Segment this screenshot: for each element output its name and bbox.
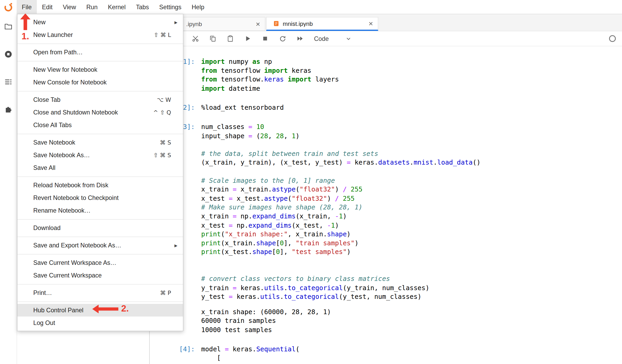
menu-item-close-tab[interactable]: Close Tab⌥ W: [17, 93, 183, 106]
menu-shortcut: ⌘ P: [160, 290, 177, 296]
cell-editor[interactable]: num_classes = 10input_shape = (28, 28, 1…: [201, 123, 480, 301]
menubar-item-file[interactable]: File: [17, 0, 37, 14]
folder-icon[interactable]: [4, 22, 13, 32]
annotation-step-1-label: 1.: [20, 31, 31, 42]
menu-item-print[interactable]: Print…⌘ P: [17, 286, 183, 299]
annotation-step-2: 2.: [92, 304, 129, 314]
left-sidebar: [0, 0, 17, 364]
menu-item-rename-notebook[interactable]: Rename Notebook…: [17, 204, 183, 217]
menu-separator: [17, 176, 183, 177]
menu-item-new-launcher[interactable]: New Launcher⇧ ⌘ L: [17, 28, 183, 41]
tab-mnist-ipynb[interactable]: mnist.ipynb×: [266, 17, 378, 31]
paste-icon[interactable]: [226, 35, 234, 42]
menu-shortcut: ⇧ ⌘ L: [154, 32, 177, 38]
red-arrow-left-icon: [92, 304, 119, 314]
menu-item-save-and-export-notebook-as[interactable]: Save and Export Notebook As…▸: [17, 239, 183, 252]
stop-icon[interactable]: [261, 35, 269, 42]
close-icon[interactable]: ×: [256, 20, 260, 28]
menu-separator: [17, 91, 183, 91]
menu-shortcut: ⇧ ⌘ S: [153, 152, 177, 158]
code-cell[interactable]: [1]:import numpy as npfrom tensorflow im…: [150, 58, 622, 93]
menu-shortcut: ⌘ S: [160, 139, 177, 146]
cell-editor[interactable]: import numpy as npfrom tensorflow import…: [201, 58, 339, 93]
menu-item-save-all[interactable]: Save All: [17, 161, 183, 174]
menu-item-save-notebook-as[interactable]: Save Notebook As…⇧ ⌘ S: [17, 149, 183, 161]
code-cell[interactable]: [4]:model = keras.Sequential( [: [150, 345, 622, 363]
run-icon[interactable]: [244, 35, 252, 42]
red-arrow-up-icon: [20, 13, 31, 30]
cut-icon[interactable]: [191, 35, 199, 42]
menu-separator: [17, 284, 183, 284]
menu-separator: [17, 219, 183, 219]
menubar-item-kernel[interactable]: Kernel: [103, 0, 131, 14]
file-menu-dropdown: New▸New Launcher⇧ ⌘ LOpen from Path…New …: [17, 14, 183, 331]
notebook-toolbar: Code: [150, 31, 622, 46]
menu-separator: [17, 301, 183, 302]
submenu-arrow-icon: ▸: [175, 19, 177, 26]
menu-item-close-and-shutdown-notebook[interactable]: Close and Shutdown Notebook^ ⇧ Q: [17, 106, 183, 119]
menu-item-log-out[interactable]: Log Out: [17, 317, 183, 329]
notebook-icon: [273, 20, 280, 27]
dock-tab-bar: .ipynb×mnist.ipynb×: [150, 14, 622, 31]
cell-input-area: [4]:model = keras.Sequential( [: [150, 345, 622, 363]
menubar-item-view[interactable]: View: [58, 0, 81, 14]
close-icon[interactable]: ×: [369, 20, 373, 27]
menu-separator: [17, 236, 183, 237]
menubar-item-help[interactable]: Help: [187, 0, 210, 14]
cell-input-area: [1]:import numpy as npfrom tensorflow im…: [150, 58, 622, 93]
notebook-area[interactable]: [1]:import numpy as npfrom tensorflow im…: [150, 46, 622, 364]
menu-item-save-current-workspace[interactable]: Save Current Workspace: [17, 269, 183, 282]
menu-item-save-notebook[interactable]: Save Notebook⌘ S: [17, 136, 183, 149]
menu-shortcut: ^ ⇧ Q: [153, 109, 177, 116]
main-dock-panel: .ipynb×mnist.ipynb× Code [1]:import nump…: [150, 14, 622, 364]
menu-separator: [17, 254, 183, 254]
menu-separator: [17, 43, 183, 44]
execution-prompt: [4]:: [150, 345, 201, 363]
jupyter-logo: [4, 2, 13, 12]
kernel-status-icon[interactable]: [609, 35, 616, 42]
menu-item-close-all-tabs[interactable]: Close All Tabs: [17, 119, 183, 131]
cell-editor[interactable]: model = keras.Sequential( [: [201, 345, 300, 363]
menubar-item-run[interactable]: Run: [81, 0, 103, 14]
menu-item-new-console-for-notebook[interactable]: New Console for Notebook: [17, 76, 183, 89]
cell-output-text: x_train shape: (60000, 28, 28, 1) 60000 …: [201, 308, 331, 335]
menu-item-download[interactable]: Download: [17, 222, 183, 234]
code-cell[interactable]: [2]:%load_ext tensorboard: [150, 103, 622, 112]
menu-item-reload-notebook-from-disk[interactable]: Reload Notebook from Disk: [17, 179, 183, 191]
cell-input-area: [2]:%load_ext tensorboard: [150, 103, 622, 112]
menubar-item-tabs[interactable]: Tabs: [131, 0, 154, 14]
toc-icon[interactable]: [4, 78, 13, 87]
menu-item-new-view-for-notebook[interactable]: New View for Notebook: [17, 63, 183, 76]
run-all-icon[interactable]: [296, 35, 304, 42]
jupyterlab-window: FileEditViewRunKernelTabsSettingsHelp .i…: [0, 0, 622, 364]
running-sessions-icon[interactable]: [4, 50, 13, 59]
menu-separator: [17, 61, 183, 61]
cell-output-area: x_train shape: (60000, 28, 28, 1) 60000 …: [150, 308, 622, 335]
cell-type-value: Code: [314, 35, 329, 42]
annotation-step-2-label: 2.: [121, 303, 129, 314]
menu-bar: FileEditViewRunKernelTabsSettingsHelp: [17, 0, 622, 14]
chevron-down-icon: [345, 35, 352, 42]
menu-separator: [17, 133, 183, 134]
cell-input-area: [3]:num_classes = 10input_shape = (28, 2…: [150, 123, 622, 301]
menu-item-save-current-workspace-as[interactable]: Save Current Workspace As…: [17, 256, 183, 269]
menu-shortcut: ⌥ W: [157, 97, 177, 103]
submenu-arrow-icon: ▸: [175, 242, 177, 249]
restart-icon[interactable]: [279, 35, 286, 42]
menu-item-new[interactable]: New▸: [17, 16, 183, 28]
code-cell[interactable]: [3]:num_classes = 10input_shape = (28, 2…: [150, 123, 622, 334]
menubar-item-edit[interactable]: Edit: [37, 0, 58, 14]
extensions-icon[interactable]: [4, 105, 13, 115]
menubar-item-settings[interactable]: Settings: [154, 0, 187, 14]
cell-type-dropdown[interactable]: Code: [314, 35, 352, 42]
menu-item-revert-notebook-to-checkpoint[interactable]: Revert Notebook to Checkpoint: [17, 191, 183, 204]
copy-icon[interactable]: [209, 35, 217, 42]
annotation-step-1: 1.: [20, 13, 31, 42]
menu-item-open-from-path[interactable]: Open from Path…: [17, 46, 183, 59]
cell-editor[interactable]: %load_ext tensorboard: [201, 103, 284, 112]
